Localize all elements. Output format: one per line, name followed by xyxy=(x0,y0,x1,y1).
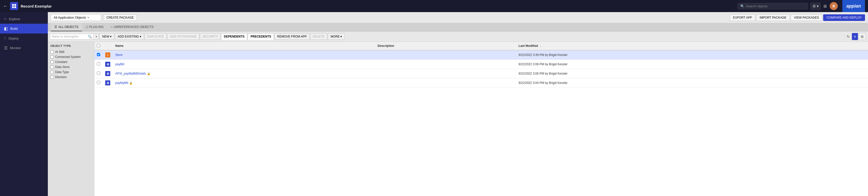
object-name-link[interactable]: APSI_payMyBillDetails 🔒 xyxy=(115,72,373,75)
row-description-cell xyxy=(375,78,516,88)
add-to-package-button[interactable]: ADD TO PACKAGE xyxy=(167,33,199,40)
object-type-icon: ⊞ xyxy=(105,80,110,85)
more-label: MORE xyxy=(331,35,340,38)
row-checkbox-3[interactable] xyxy=(97,81,100,84)
explore-icon: ○ xyxy=(4,17,6,21)
row-icon-cell: ⊞ xyxy=(103,69,113,78)
search-submit-icon[interactable]: 🔍 xyxy=(88,35,92,38)
filter-checkbox-connected-system[interactable] xyxy=(50,55,54,59)
name-header[interactable]: Name xyxy=(113,42,375,50)
row-last-modified-cell: 9/22/2022 3:08 PM by Brigid Kessler xyxy=(516,60,868,69)
row-description-cell xyxy=(375,50,516,60)
select-all-checkbox[interactable] xyxy=(97,44,100,47)
remove-from-app-button[interactable]: REMOVE FROM APP xyxy=(274,33,309,40)
row-checkbox-0[interactable] xyxy=(97,53,100,56)
dependents-button[interactable]: DEPENDENTS xyxy=(221,33,247,40)
filter-checkbox-data-type[interactable] xyxy=(50,71,54,74)
create-package-button[interactable]: CREATE PACKAGE xyxy=(103,15,137,21)
tab-all-objects[interactable]: ☰ ALL OBJECTS xyxy=(51,23,82,31)
filter-item-data-type[interactable]: Data Type xyxy=(50,69,92,75)
sidebar-item-monitor[interactable]: ☰ Monitor xyxy=(0,43,48,53)
filter-item-data-store[interactable]: Data Store xyxy=(50,64,92,69)
filter-checkbox-ai-skill[interactable] xyxy=(50,50,54,54)
row-name-cell: APSI_payMyBillDetails 🔒 xyxy=(113,69,375,78)
duplicate-button[interactable]: DUPLICATE xyxy=(145,33,167,40)
sidebar-item-explore[interactable]: ○ Explore xyxy=(0,14,48,24)
svg-rect-0 xyxy=(12,4,14,6)
refresh-button[interactable]: ↻ xyxy=(845,33,851,39)
tab-plug-ins[interactable]: ⬡ PLUG-INS xyxy=(82,23,107,31)
row-last-modified-cell: 9/22/2022 3:39 PM by Brigid Kessler xyxy=(516,50,868,60)
select-all-header[interactable] xyxy=(94,42,103,50)
filter-checkbox-decision[interactable] xyxy=(50,76,54,79)
filter-item-ai-skill[interactable]: AI Skill xyxy=(50,49,92,54)
objects-table-wrap: Name Description Last Modified ↓ xyxy=(94,42,868,196)
export-app-button[interactable]: EXPORT APP xyxy=(730,15,755,21)
search-bar[interactable]: 🔍 xyxy=(738,3,808,9)
gear-icon: ⚙ xyxy=(812,4,816,8)
new-label: NEW xyxy=(102,35,109,38)
compare-deploy-button[interactable]: COMPARE AND DEPLOY xyxy=(823,15,865,21)
import-package-button[interactable]: IMPORT PACKAGE xyxy=(756,15,790,21)
object-name-link[interactable]: Store xyxy=(115,53,373,57)
filter-label-data-type: Data Type xyxy=(55,70,69,74)
delete-button[interactable]: DELETE xyxy=(310,33,328,40)
row-name-cell: payBill xyxy=(113,60,375,69)
search-input[interactable] xyxy=(746,4,805,8)
grid-menu-button[interactable]: ⊞ xyxy=(823,3,828,9)
row-icon-cell: ⊞ xyxy=(103,78,113,88)
row-checkbox-cell[interactable] xyxy=(94,78,103,88)
name-header-label: Name xyxy=(115,44,124,48)
filter-checkbox-constant[interactable] xyxy=(50,60,54,64)
filter-item-decision[interactable]: Decision xyxy=(50,75,92,80)
filter-checkbox-data-store[interactable] xyxy=(50,65,54,69)
view-packages-button[interactable]: VIEW PACKAGES xyxy=(791,15,822,21)
sidebar-item-build[interactable]: ◧ Build xyxy=(0,24,48,33)
precedents-button[interactable]: PRECEDENTS xyxy=(248,33,274,40)
svg-rect-2 xyxy=(12,6,14,8)
name-search-input[interactable] xyxy=(52,35,87,38)
new-button[interactable]: NEW ▾ xyxy=(99,33,114,40)
security-button[interactable]: SECURITY xyxy=(200,33,221,40)
objects-table: Name Description Last Modified ↓ xyxy=(94,42,868,88)
more-chevron-icon: ▾ xyxy=(340,35,342,38)
filter-dropdown-button[interactable]: ▾ xyxy=(94,34,99,39)
object-name-link[interactable]: payMyBill 🔒 xyxy=(115,81,373,85)
settings-button[interactable]: ⚙ ▾ xyxy=(811,3,820,9)
row-checkbox-cell[interactable] xyxy=(94,69,103,78)
back-button[interactable]: ← xyxy=(3,3,7,9)
more-button[interactable]: MORE ▾ xyxy=(328,33,345,40)
row-description-cell xyxy=(375,69,516,78)
appian-brand-text: appian xyxy=(846,3,861,9)
main-content-row: OBJECT TYPE AI Skill Connected System Co… xyxy=(48,42,868,196)
object-type-icon: ⊞ xyxy=(105,71,110,76)
gear-dropdown-arrow: ▾ xyxy=(817,4,819,8)
tab-unreferenced[interactable]: ○ UNREFERENCED OBJECTS xyxy=(107,23,157,31)
row-checkbox-2[interactable] xyxy=(97,72,100,75)
tab-all-objects-label: ALL OBJECTS xyxy=(58,25,79,29)
filter-item-connected-system[interactable]: Connected System xyxy=(50,54,92,59)
row-checkbox-cell[interactable] xyxy=(94,50,103,60)
last-modified-header[interactable]: Last Modified ↓ xyxy=(516,42,868,50)
filter-item-constant[interactable]: Constant xyxy=(50,59,92,64)
sidebar: ○ Explore ◧ Build ↑ Deploy ☰ Monitor xyxy=(0,12,48,196)
object-type-dropdown[interactable]: All Application Objects ▾ xyxy=(51,14,101,21)
table-row: ⊞ payMyBill 🔒 9/22/2022 3:04 PM by Brigi… xyxy=(94,78,868,88)
avatar[interactable]: B xyxy=(830,2,838,10)
row-checkbox-cell[interactable] xyxy=(94,60,103,69)
table-header-row: Name Description Last Modified ↓ xyxy=(94,42,868,50)
top-nav-icons: ⚙ ▾ ⊞ B xyxy=(811,2,838,10)
appian-logo: appian xyxy=(842,0,865,12)
lock-icon: 🔒 xyxy=(129,81,133,85)
add-existing-button[interactable]: ADD EXISTING ▾ xyxy=(115,33,144,40)
sidebar-item-deploy[interactable]: ↑ Deploy xyxy=(0,33,48,43)
grid-view-button[interactable]: ⊞ xyxy=(859,33,866,40)
table-row: ⊞ payBill 9/22/2022 3:08 PM by Brigid Ke… xyxy=(94,60,868,69)
search-input-wrap[interactable]: 🔍 xyxy=(50,34,94,39)
list-view-button[interactable]: ≡ xyxy=(852,33,858,40)
row-description-cell xyxy=(375,60,516,69)
filter-panel: OBJECT TYPE AI Skill Connected System Co… xyxy=(48,42,94,196)
row-checkbox-1[interactable] xyxy=(97,62,100,65)
toolbar-top: All Application Objects ▾ CREATE PACKAGE… xyxy=(48,12,868,23)
object-name-link[interactable]: payBill xyxy=(115,62,373,66)
